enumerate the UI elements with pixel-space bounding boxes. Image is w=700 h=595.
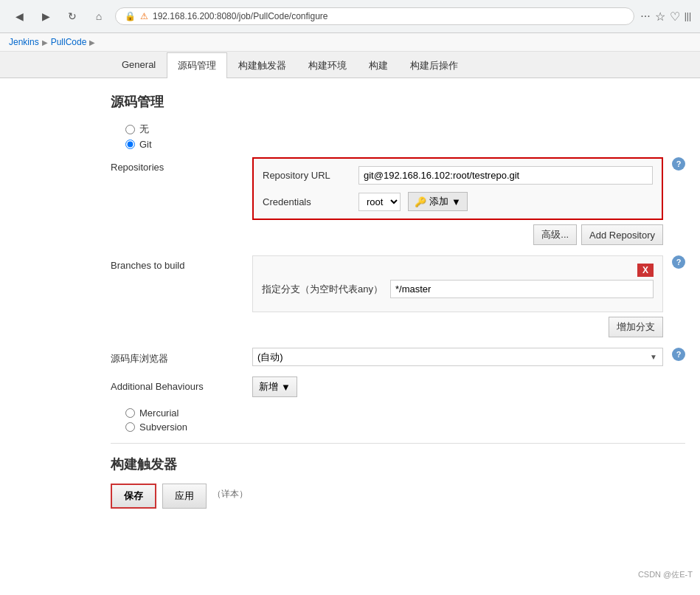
repositories-content: Repository URL Credentials root 🔑 添加 ▼ [252, 157, 663, 245]
new-behaviour-button[interactable]: 新增 ▼ [252, 376, 297, 397]
branches-content: X 指定分支（为空时代表any） 增加分支 [252, 255, 663, 337]
dropdown-arrow-icon: ▼ [451, 196, 461, 207]
add-branch-button[interactable]: 增加分支 [609, 317, 663, 337]
branch-spec-label: 指定分支（为空时代表any） [262, 283, 383, 296]
radio-git-row: Git [125, 139, 685, 150]
radio-none[interactable] [125, 125, 135, 134]
breadcrumb: Jenkins ▶ PullCode ▶ [0, 33, 700, 52]
browser-select[interactable]: (自动) [252, 348, 663, 366]
radio-mercurial-label[interactable]: Mercurial [139, 407, 179, 419]
breadcrumb-sep2: ▶ [89, 38, 95, 47]
repo-url-input[interactable] [358, 166, 653, 185]
home-button[interactable]: ⌂ [89, 6, 109, 27]
alert-icon: ⚠ [140, 11, 148, 21]
mercurial-row: Mercurial [111, 407, 685, 419]
repo-box: Repository URL Credentials root 🔑 添加 ▼ [252, 157, 663, 220]
forward-button[interactable]: ▶ [35, 6, 56, 27]
radio-mercurial[interactable] [125, 408, 135, 418]
save-button[interactable]: 保存 [111, 484, 156, 509]
url-text: 192.168.16.200:8080/job/PullCode/configu… [153, 11, 328, 21]
browser-help-icon[interactable]: ? [672, 348, 685, 361]
repo-url-label: Repository URL [263, 170, 351, 181]
build-trigger-heading: 构建触发器 [111, 455, 685, 473]
source-management-heading: 源码管理 [111, 93, 685, 111]
radio-git-label[interactable]: Git [139, 139, 152, 150]
branch-spec-row: 指定分支（为空时代表any） [262, 280, 654, 298]
additional-behaviours-section: Additional Behaviours 新增 ▼ [111, 376, 685, 397]
branch-spec-input[interactable] [390, 280, 654, 298]
additional-behaviours-content: 新增 ▼ [252, 376, 685, 397]
branches-section: Branches to build X 指定分支（为空时代表any） 增加分支 … [111, 255, 685, 337]
credentials-select[interactable]: root [358, 193, 401, 211]
browser-label: 源码库浏览器 [111, 348, 243, 365]
tab-env[interactable]: 构建环境 [297, 52, 358, 78]
radio-none-label[interactable]: 无 [139, 123, 149, 136]
main-content: 源码管理 无 Git Repositories Repository URL C… [0, 78, 700, 523]
breadcrumb-jenkins[interactable]: Jenkins [9, 37, 39, 47]
tab-post[interactable]: 构建后操作 [399, 52, 469, 78]
tab-general[interactable]: General [111, 52, 167, 78]
branches-label: Branches to build [111, 255, 243, 271]
radio-subversion-label[interactable]: Subversion [139, 422, 187, 433]
back-button[interactable]: ◀ [9, 6, 30, 27]
radio-none-row: 无 [125, 123, 685, 136]
bookmark-icon[interactable]: ☆ [655, 10, 665, 24]
repositories-label: Repositories [111, 157, 243, 173]
note-text: （详本） [212, 484, 248, 509]
tab-build[interactable]: 构建 [358, 52, 399, 78]
star-icon[interactable]: ♡ [670, 10, 680, 24]
repositories-help-icon[interactable]: ? [672, 157, 685, 171]
credentials-row: Credentials root 🔑 添加 ▼ [263, 192, 653, 211]
repo-action-btns: 高级... Add Repository [252, 224, 663, 245]
branches-help-icon[interactable]: ? [672, 255, 685, 269]
credentials-label: Credentials [263, 196, 351, 207]
browser-chrome: ◀ ▶ ↻ ⌂ 🔒 ⚠ 192.168.16.200:8080/job/Pull… [0, 0, 700, 33]
radio-group: 无 Git [111, 123, 685, 150]
tab-triggers[interactable]: 构建触发器 [227, 52, 297, 78]
breadcrumb-sep1: ▶ [42, 38, 48, 47]
new-btn-arrow: ▼ [281, 382, 291, 393]
add-credential-button[interactable]: 🔑 添加 ▼ [408, 192, 468, 211]
sidebar-icon[interactable]: ||| [685, 11, 691, 21]
key-icon: 🔑 [415, 196, 426, 207]
tabs-bar: General 源码管理 构建触发器 构建环境 构建 构建后操作 [0, 52, 700, 78]
repo-url-row: Repository URL [263, 166, 653, 185]
reload-button[interactable]: ↻ [62, 6, 83, 27]
branch-action-btns: 增加分支 [252, 317, 663, 337]
advanced-button[interactable]: 高级... [533, 224, 577, 245]
save-area: 保存 应用 （详本） [111, 484, 685, 509]
add-repository-button[interactable]: Add Repository [581, 224, 663, 245]
more-icon[interactable]: ··· [640, 10, 650, 23]
remove-branch-button[interactable]: X [637, 264, 654, 277]
address-bar[interactable]: 🔒 ⚠ 192.168.16.200:8080/job/PullCode/con… [115, 7, 634, 25]
browser-select-wrapper: (自动) [252, 348, 663, 366]
browser-section: 源码库浏览器 (自动) ? [111, 348, 685, 366]
radio-git[interactable] [125, 140, 135, 149]
lock-icon: 🔒 [125, 11, 136, 21]
tab-source[interactable]: 源码管理 [167, 52, 227, 78]
additional-behaviours-label: Additional Behaviours [111, 376, 243, 392]
browser-actions: ··· ☆ ♡ ||| [640, 10, 691, 24]
repositories-section: Repositories Repository URL Credentials … [111, 157, 685, 245]
radio-subversion[interactable] [125, 422, 135, 432]
branch-box: X 指定分支（为空时代表any） [252, 255, 663, 312]
breadcrumb-pullcode[interactable]: PullCode [51, 37, 87, 47]
subversion-row: Subversion [111, 422, 685, 433]
apply-button[interactable]: 应用 [162, 484, 207, 509]
